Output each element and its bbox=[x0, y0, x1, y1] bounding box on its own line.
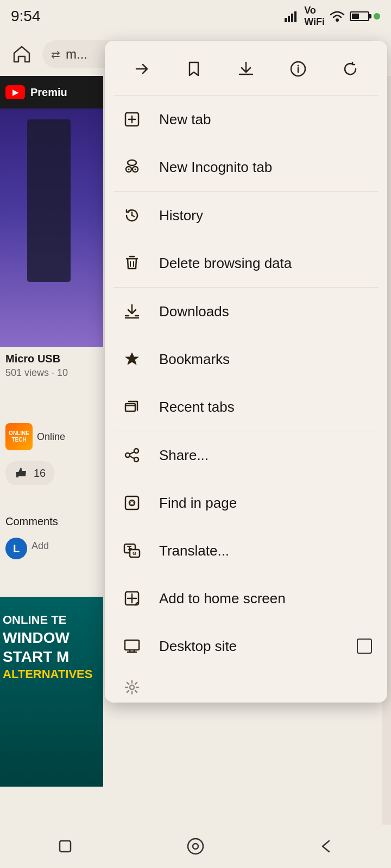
menu-item-settings-partial[interactable] bbox=[105, 670, 387, 703]
menu-item-share[interactable]: Share... bbox=[105, 431, 387, 479]
svg-point-12 bbox=[135, 169, 136, 170]
download-button[interactable] bbox=[230, 53, 262, 85]
menu-item-recent-tabs[interactable]: Recent tabs bbox=[105, 383, 387, 431]
svg-point-11 bbox=[128, 169, 130, 170]
menu-item-translate[interactable]: G Translate... bbox=[105, 527, 387, 575]
new-tab-icon bbox=[120, 107, 144, 131]
history-icon bbox=[120, 203, 144, 227]
svg-point-15 bbox=[125, 453, 130, 457]
menu-item-new-incognito-tab[interactable]: New Incognito tab bbox=[105, 143, 387, 191]
menu-label-desktop-site: Desktop site bbox=[159, 638, 237, 655]
nav-back-button[interactable] bbox=[304, 830, 348, 863]
menu-item-bookmarks[interactable]: Bookmarks bbox=[105, 335, 387, 383]
translate-icon: G bbox=[120, 539, 144, 563]
settings-icon-partial bbox=[120, 675, 144, 699]
desktop-site-checkbox[interactable] bbox=[357, 639, 372, 654]
menu-label-share: Share... bbox=[159, 447, 209, 464]
svg-text:G: G bbox=[133, 551, 136, 556]
add-home-icon bbox=[120, 586, 144, 610]
user-avatar: L bbox=[5, 538, 27, 559]
svg-rect-2 bbox=[291, 14, 293, 22]
dropdown-toolbar bbox=[105, 41, 387, 95]
menu-label-add-to-home-screen: Add to home screen bbox=[159, 590, 286, 607]
menu-label-delete-browsing-data: Delete browsing data bbox=[159, 255, 292, 272]
menu-label-downloads: Downloads bbox=[159, 303, 229, 320]
svg-point-6 bbox=[298, 65, 299, 67]
menu-label-recent-tabs: Recent tabs bbox=[159, 399, 235, 416]
dropdown-menu: New tab New Incognito tab History bbox=[105, 41, 387, 703]
menu-item-desktop-site[interactable]: Desktop site bbox=[105, 622, 387, 670]
svg-rect-23 bbox=[125, 640, 139, 650]
find-icon bbox=[120, 491, 144, 515]
menu-item-new-tab[interactable]: New tab bbox=[105, 95, 387, 143]
status-icons: VoWiFi bbox=[285, 5, 380, 28]
nav-home-button[interactable] bbox=[174, 830, 217, 863]
menu-label-new-tab: New tab bbox=[159, 111, 211, 128]
vo-wifi-label: VoWiFi bbox=[304, 5, 325, 28]
nav-recent-apps-button[interactable] bbox=[43, 830, 87, 863]
status-bar: 9:54 VoWiFi bbox=[0, 0, 391, 33]
svg-rect-0 bbox=[285, 18, 287, 22]
menu-item-add-to-home-screen[interactable]: Add to home screen bbox=[105, 575, 387, 622]
like-icon bbox=[14, 465, 29, 481]
bottom-nav bbox=[0, 825, 391, 868]
menu-label-history: History bbox=[159, 207, 203, 224]
address-bar-icon: ⇄ bbox=[51, 48, 60, 61]
battery-icon bbox=[350, 11, 369, 21]
svg-point-8 bbox=[128, 160, 136, 165]
svg-point-14 bbox=[134, 449, 138, 453]
svg-point-4 bbox=[336, 18, 339, 22]
menu-item-downloads[interactable]: Downloads bbox=[105, 288, 387, 335]
wifi-icon bbox=[329, 10, 345, 22]
svg-rect-3 bbox=[294, 11, 297, 22]
active-dot bbox=[374, 13, 380, 20]
status-time: 9:54 bbox=[11, 8, 41, 25]
desktop-icon bbox=[120, 634, 144, 658]
menu-item-history[interactable]: History bbox=[105, 192, 387, 239]
menu-label-find-in-page: Find in page bbox=[159, 495, 237, 512]
share-icon bbox=[120, 443, 144, 467]
bookmark-button[interactable] bbox=[178, 53, 210, 85]
home-button[interactable] bbox=[5, 38, 38, 71]
menu-item-find-in-page[interactable]: Find in page bbox=[105, 479, 387, 527]
address-text: m... bbox=[66, 47, 87, 62]
trash-icon bbox=[120, 251, 144, 275]
star-filled-icon bbox=[120, 347, 144, 371]
svg-point-26 bbox=[188, 839, 203, 854]
signal-icon bbox=[285, 10, 300, 22]
downloads-icon bbox=[120, 299, 144, 323]
menu-item-delete-browsing-data[interactable]: Delete browsing data bbox=[105, 239, 387, 287]
info-button[interactable] bbox=[282, 53, 314, 85]
svg-point-27 bbox=[193, 844, 198, 849]
channel-logo: ONLINETECH bbox=[5, 423, 33, 450]
background-content: ▶ Premiu Micro USB 501 views · 10 ONLINE… bbox=[0, 76, 103, 868]
forward-button[interactable] bbox=[125, 53, 158, 85]
svg-rect-25 bbox=[60, 841, 71, 852]
refresh-button[interactable] bbox=[334, 53, 367, 85]
menu-label-new-incognito-tab: New Incognito tab bbox=[159, 159, 272, 176]
svg-rect-13 bbox=[125, 404, 135, 411]
menu-label-bookmarks: Bookmarks bbox=[159, 351, 230, 368]
incognito-icon bbox=[120, 155, 144, 179]
svg-rect-17 bbox=[125, 496, 138, 509]
recent-tabs-icon bbox=[120, 395, 144, 419]
menu-label-translate: Translate... bbox=[159, 542, 229, 559]
svg-point-24 bbox=[130, 685, 134, 690]
svg-point-16 bbox=[134, 457, 138, 462]
svg-rect-1 bbox=[288, 16, 290, 22]
